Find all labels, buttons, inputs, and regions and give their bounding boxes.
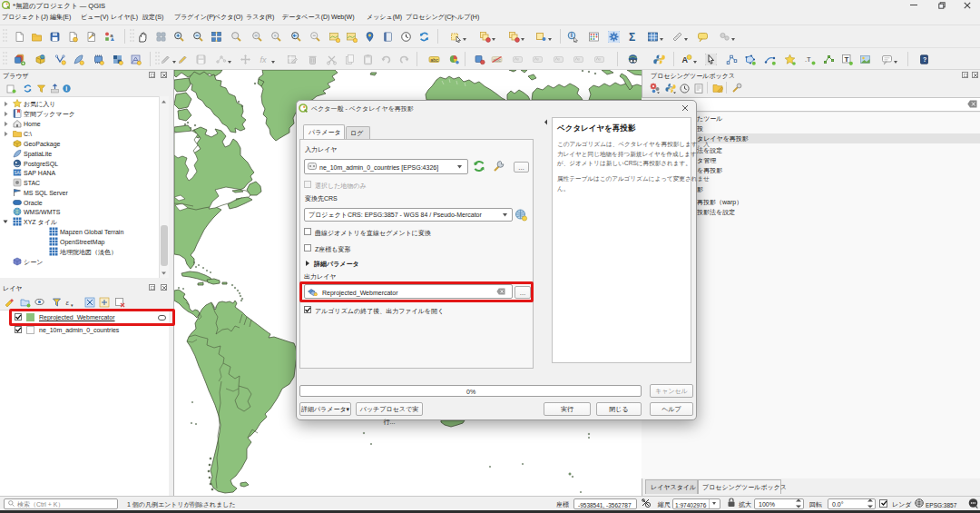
svg-text:a: a	[110, 33, 113, 38]
svg-text:▾: ▾	[71, 302, 74, 308]
svg-text:i: i	[571, 32, 573, 38]
svg-text:Σ: Σ	[629, 31, 635, 43]
svg-text:T: T	[844, 54, 848, 63]
svg-text:fx: fx	[260, 55, 267, 64]
svg-text:.T: .T	[805, 55, 811, 64]
svg-text:i: i	[65, 85, 67, 92]
svg-text:ε: ε	[66, 299, 70, 307]
svg-text:SAP: SAP	[15, 171, 22, 175]
svg-text:abc: abc	[430, 56, 438, 62]
svg-text:?: ?	[923, 56, 926, 63]
